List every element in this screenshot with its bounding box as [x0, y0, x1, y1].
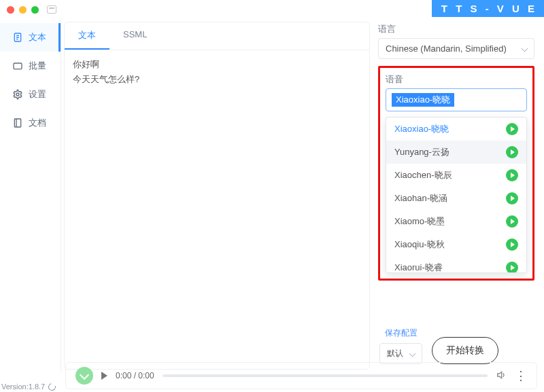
voice-option[interactable]: Xiaochen-晓辰	[386, 164, 526, 187]
window-tabs-icon	[47, 5, 56, 14]
voice-select[interactable]: Xiaoxiao-晓晓	[386, 88, 527, 111]
sidebar-item-settings[interactable]: 设置	[0, 80, 61, 109]
player-progress[interactable]	[163, 374, 488, 377]
text-editor[interactable]: 你好啊 今天天气怎么样?	[65, 50, 369, 369]
svg-rect-3	[14, 119, 20, 127]
sidebar-item-label: 设置	[29, 88, 46, 101]
document-icon	[12, 32, 23, 43]
language-value: Chinese (Mandarin, Simplified)	[386, 43, 507, 54]
sidebar-item-label: 批量	[29, 60, 46, 72]
voice-option[interactable]: Xiaohan-晓涵	[386, 187, 526, 210]
sidebar-item-batch[interactable]: 批量	[0, 52, 61, 80]
right-panel: 语言 Chinese (Mandarin, Simplified) 语音 Xia…	[374, 19, 544, 372]
refresh-icon[interactable]	[47, 381, 57, 391]
app-brand: T T S - V U E	[432, 0, 544, 17]
voice-section-highlight: 语音 Xiaoxiao-晓晓 Xiaoxiao-晓晓 Yunyang-云扬 Xi…	[378, 66, 534, 281]
sidebar: 文本 批量 设置 文档	[0, 19, 61, 372]
tab-ssml[interactable]: SSML	[109, 22, 160, 50]
play-button[interactable]	[101, 372, 107, 380]
svg-rect-1	[14, 63, 22, 69]
player-more-button[interactable]: ⋮	[515, 368, 527, 383]
play-icon[interactable]	[506, 123, 518, 135]
audio-player: 0:00 / 0:00 ⋮	[65, 362, 537, 389]
preset-select[interactable]: 默认	[379, 343, 422, 364]
voice-option[interactable]: Xiaomo-晓墨	[386, 210, 526, 233]
player-time: 0:00 / 0:00	[116, 371, 154, 380]
chevron-down-icon	[522, 46, 528, 52]
sidebar-item-label: 文本	[29, 31, 46, 43]
voice-option[interactable]: Xiaoxiao-晓晓	[386, 118, 526, 141]
maximize-window-button[interactable]	[31, 6, 39, 14]
chevron-down-icon	[409, 351, 416, 357]
save-config-link[interactable]: 保存配置	[385, 327, 418, 339]
voice-option[interactable]: Xiaoqiu-晓秋	[386, 233, 526, 256]
preset-value: 默认	[387, 348, 403, 359]
play-icon[interactable]	[506, 146, 518, 158]
close-window-button[interactable]	[7, 6, 14, 14]
window-titlebar: T T S - V U E	[0, 0, 544, 19]
play-icon[interactable]	[506, 192, 518, 204]
book-icon	[12, 118, 23, 128]
volume-icon[interactable]	[496, 370, 507, 382]
svg-point-2	[16, 93, 19, 96]
voice-label: 语音	[386, 73, 527, 86]
play-icon[interactable]	[506, 262, 518, 273]
sidebar-item-label: 文档	[29, 117, 46, 129]
version-label: Version:1.8.7	[1, 382, 56, 391]
sidebar-item-text[interactable]: 文本	[0, 23, 61, 52]
language-select[interactable]: Chinese (Mandarin, Simplified)	[378, 38, 534, 59]
sidebar-item-docs[interactable]: 文档	[0, 109, 61, 137]
editor-tabs: 文本 SSML	[65, 22, 369, 50]
gear-icon	[12, 89, 23, 100]
folder-icon	[12, 60, 23, 71]
minimize-window-button[interactable]	[19, 6, 27, 14]
start-convert-button[interactable]: 开始转换	[432, 337, 498, 364]
voice-option[interactable]: Xiaorui-晓睿	[386, 256, 526, 273]
play-icon[interactable]	[506, 238, 518, 251]
language-label: 语言	[378, 23, 534, 35]
voice-value: Xiaoxiao-晓晓	[392, 93, 454, 107]
voice-dropdown: Xiaoxiao-晓晓 Yunyang-云扬 Xiaochen-晓辰 Xiaoh…	[386, 117, 527, 273]
play-icon[interactable]	[506, 215, 518, 228]
voice-option[interactable]: Yunyang-云扬	[386, 141, 526, 164]
tab-text[interactable]: 文本	[65, 22, 109, 50]
play-icon[interactable]	[506, 169, 518, 181]
editor-panel: 文本 SSML 你好啊 今天天气怎么样?	[64, 22, 370, 370]
download-button[interactable]	[75, 367, 93, 385]
